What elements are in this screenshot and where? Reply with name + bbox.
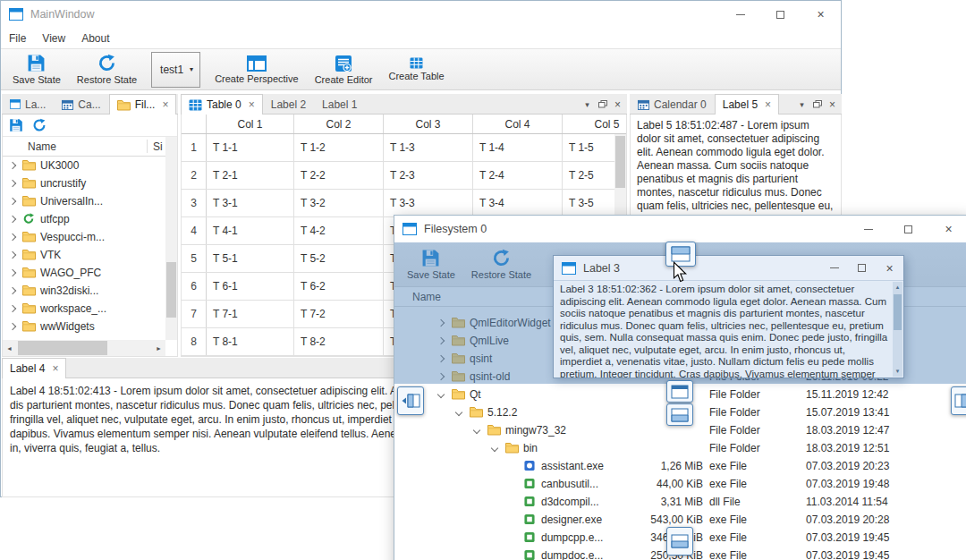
tab-label-1[interactable]: Label 1 <box>314 94 365 115</box>
close-dock-button[interactable]: × <box>825 94 840 115</box>
expander-icon[interactable] <box>9 251 16 259</box>
file-row[interactable]: assistant.exe1,26 MiBexe File07.03.2019 … <box>394 457 966 475</box>
row-header[interactable]: 6 <box>182 273 207 300</box>
tree-item[interactable]: win32diski... <box>3 282 177 300</box>
dock-bottom-indicator[interactable] <box>666 527 693 556</box>
column-divider[interactable] <box>147 140 148 153</box>
tree-item[interactable]: Vespucci-m... <box>3 228 177 246</box>
tab-menu-button[interactable]: ▾ <box>794 94 809 115</box>
detach-button[interactable] <box>809 94 825 115</box>
dock-center-bottom-indicator[interactable] <box>666 403 693 426</box>
menu-item-file[interactable]: File <box>1 30 34 47</box>
table-cell[interactable]: T 8-1 <box>207 328 294 355</box>
file-row[interactable]: d3dcompil...3,31 MiBdll File11.03.2014 1… <box>394 493 966 511</box>
column-header[interactable]: Col 3 <box>384 115 473 133</box>
row-header[interactable]: 1 <box>182 134 207 161</box>
tree-item[interactable]: UK3000 <box>3 157 177 174</box>
file-row[interactable]: canbusutil...44,00 KiBexe File07.03.2019… <box>394 475 966 493</box>
expander-icon[interactable] <box>9 305 16 312</box>
table-cell[interactable]: T 3-3 <box>384 190 473 216</box>
tab-calendar-0[interactable]: Calendar 0 <box>630 94 715 115</box>
tab-label-4[interactable]: Label 4× <box>2 358 66 378</box>
tab-close-button[interactable]: × <box>162 99 168 110</box>
vertical-scrollbar[interactable]: ▲ ▼ <box>893 282 902 377</box>
table-cell[interactable]: T 4-2 <box>294 217 384 244</box>
table-cell[interactable]: T 3-4 <box>473 190 563 216</box>
tree-item[interactable]: WAGO_PFC <box>3 264 177 282</box>
row-header[interactable]: 4 <box>182 217 207 244</box>
close-button[interactable]: × <box>928 216 966 242</box>
tree-header[interactable]: Name Si <box>3 137 177 157</box>
scrollbar-track[interactable] <box>16 340 152 356</box>
table-cell[interactable]: T 1-4 <box>473 134 563 161</box>
label3-window[interactable]: Label 3 × Label 3 18:51:02:362 - Lorem i… <box>553 255 904 378</box>
create-editor-button[interactable]: Create Editor <box>307 50 381 89</box>
tree-item[interactable]: uncrustify <box>3 174 177 192</box>
minimize-button[interactable] <box>720 1 760 28</box>
tab-la[interactable]: La... <box>2 94 54 115</box>
create-table-button[interactable]: Create Table <box>380 50 452 89</box>
table-cell[interactable]: T 3-1 <box>207 190 294 216</box>
table-cell[interactable]: T 5-1 <box>207 245 294 272</box>
tab-label-5[interactable]: Label 5× <box>715 94 779 115</box>
file-row[interactable]: designer.exe543,00 KiBexe File07.03.2019… <box>394 511 966 529</box>
dock-left-indicator[interactable] <box>397 386 424 415</box>
scroll-right-button[interactable]: ► <box>152 340 165 356</box>
label3-titlebar[interactable]: Label 3 × <box>554 256 903 281</box>
row-header[interactable]: 8 <box>182 328 207 355</box>
expander-icon[interactable] <box>437 391 445 398</box>
close-button[interactable]: × <box>801 1 841 28</box>
column-header[interactable]: Col 4 <box>473 115 563 133</box>
tab-table-0[interactable]: Table 0× <box>181 94 263 115</box>
table-cell[interactable]: T 6-1 <box>207 273 294 300</box>
expander-icon[interactable] <box>491 445 498 452</box>
create-perspective-button[interactable]: Create Perspective <box>207 50 307 89</box>
dock-center-indicator[interactable] <box>666 380 693 403</box>
scroll-up-button[interactable]: ▲ <box>893 282 902 293</box>
table-cell[interactable]: T 2-2 <box>294 162 384 189</box>
tab-close-button[interactable]: × <box>765 99 771 110</box>
restore-state-button[interactable]: Restore State <box>69 50 145 89</box>
size-column-header[interactable]: Si <box>153 140 163 153</box>
expander-icon[interactable] <box>9 323 16 330</box>
expander-icon[interactable] <box>9 198 16 205</box>
expander-icon[interactable] <box>455 409 462 416</box>
expander-icon[interactable] <box>473 427 480 434</box>
tree-item[interactable]: VTK <box>3 246 177 264</box>
scroll-down-button[interactable]: ▼ <box>893 366 902 377</box>
table-cell[interactable]: T 1-3 <box>384 134 473 161</box>
tab-close-button[interactable]: × <box>249 99 255 110</box>
main-titlebar[interactable]: MainWindow × <box>1 1 841 28</box>
scroll-left-button[interactable]: ◄ <box>3 340 16 356</box>
scrollbar-thumb[interactable] <box>18 341 107 355</box>
scrollbar-thumb[interactable] <box>615 136 625 188</box>
dock-right-indicator[interactable] <box>951 386 966 415</box>
column-header[interactable]: Col 1 <box>207 115 294 133</box>
maximize-button[interactable] <box>888 216 928 242</box>
column-header[interactable]: Col 5 <box>563 115 627 133</box>
expander-icon[interactable] <box>9 162 16 169</box>
expander-icon[interactable] <box>9 216 16 223</box>
save-state-button[interactable]: Save State <box>4 50 69 89</box>
name-column-header[interactable]: Name <box>28 140 56 153</box>
table-cell[interactable]: T 2-1 <box>207 162 294 189</box>
maximize-button[interactable] <box>760 1 801 28</box>
file-row[interactable]: binFile Folder18.03.2019 12:51 <box>394 439 966 457</box>
scrollbar-thumb[interactable] <box>166 262 176 318</box>
table-cell[interactable]: T 2-4 <box>473 162 563 189</box>
row-header[interactable]: 5 <box>182 245 207 272</box>
tree-item[interactable]: workspace_... <box>3 300 177 318</box>
tab-ca[interactable]: Ca... <box>54 94 108 115</box>
close-button[interactable]: × <box>876 256 903 280</box>
filesystem-titlebar[interactable]: Filesystem 0 × <box>394 216 966 242</box>
vertical-scrollbar[interactable] <box>165 137 177 340</box>
table-cell[interactable]: T 3-2 <box>294 190 384 216</box>
table-cell[interactable]: T 6-2 <box>294 273 384 300</box>
menu-item-view[interactable]: View <box>34 30 73 47</box>
expander-icon[interactable] <box>9 180 16 187</box>
column-header[interactable]: Col 2 <box>294 115 384 133</box>
tab-menu-button[interactable]: ▾ <box>580 94 595 115</box>
table-cell[interactable]: T 4-1 <box>207 217 294 244</box>
tab-label-2[interactable]: Label 2 <box>263 94 314 115</box>
minimize-button[interactable] <box>820 256 848 280</box>
